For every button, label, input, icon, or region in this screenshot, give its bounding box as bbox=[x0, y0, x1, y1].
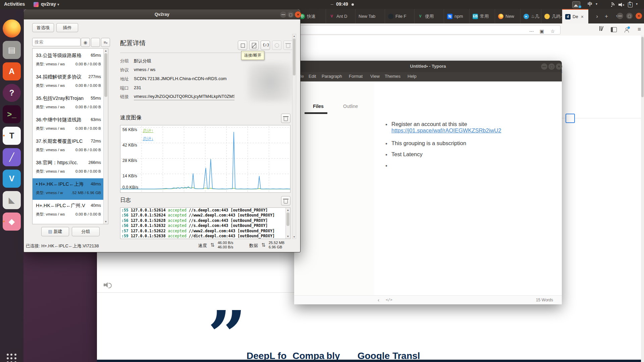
app-menu[interactable]: qv2ray ▾ bbox=[41, 1, 59, 7]
preferences-button[interactable]: 首选项 bbox=[32, 23, 54, 32]
close-button[interactable]: × bbox=[556, 63, 562, 70]
browser-tab[interactable]: V使用 bbox=[415, 9, 444, 23]
list-scrollbar[interactable]: ▲ ▼ bbox=[103, 49, 108, 224]
typora-editor[interactable]: •Register an account at this sitehttps:/… bbox=[374, 81, 562, 295]
dock-vscode[interactable]: V bbox=[3, 170, 21, 188]
scroll-up-icon[interactable]: ▲ bbox=[104, 49, 108, 52]
scroll-down-icon[interactable]: ▼ bbox=[104, 220, 108, 223]
clear-log-button[interactable] bbox=[281, 196, 290, 205]
scroll-thumb[interactable] bbox=[104, 53, 107, 97]
page-scrollbar[interactable] bbox=[641, 36, 644, 362]
dock-typora[interactable]: T bbox=[3, 127, 21, 145]
menu-format[interactable]: Format bbox=[349, 74, 363, 79]
sidebar-toggle-icon[interactable]: ‹ bbox=[378, 297, 379, 303]
search-input[interactable]: 搜索 bbox=[32, 38, 80, 46]
connect-disconnect-button[interactable] bbox=[238, 41, 247, 50]
clear-graph-button[interactable] bbox=[281, 114, 290, 123]
dock-help[interactable]: ? bbox=[3, 84, 21, 102]
server-item[interactable]: • H+.HK←IPLC←上海 48ms 类型: vmess / w .52 M… bbox=[33, 178, 104, 200]
minimize-button[interactable]: — bbox=[280, 11, 286, 18]
server-item[interactable]: 38.官网：https://cc. 266ms 类型: vmess / ws 0… bbox=[33, 157, 104, 178]
group-button[interactable]: 分组 bbox=[72, 227, 100, 236]
account-icon[interactable] bbox=[623, 27, 630, 33]
battery-icon[interactable]: ϟ bbox=[628, 2, 633, 7]
doc-link[interactable]: https://j01.space/waf/rAOIEGWKZSRb2iwU2 bbox=[391, 127, 501, 133]
blank-button[interactable] bbox=[91, 38, 100, 47]
server-item[interactable]: 35.包括V2ray和Trojan 55ms 类型: vmess / ws 0.… bbox=[33, 93, 104, 114]
dock-image-viewer[interactable]: ◣ bbox=[3, 191, 21, 209]
save-to-pocket-icon[interactable]: ▣ bbox=[540, 28, 544, 34]
browser-tab[interactable]: dDe× bbox=[562, 9, 588, 23]
browser-tab[interactable]: VAnt D bbox=[326, 9, 356, 23]
dock-qv2ray-app[interactable]: ◆ bbox=[3, 213, 21, 231]
typora-title-bar[interactable]: Untitled• - Typora — ▢ × bbox=[294, 61, 562, 72]
server-item[interactable]: 36.中继中转隧道线路 63ms 类型: vmess / ws 0.00 B /… bbox=[33, 114, 104, 135]
browser-tab[interactable]: 几鸡- bbox=[541, 9, 562, 23]
library-icon[interactable] bbox=[597, 26, 605, 32]
legend-item[interactable]: 总计↓ bbox=[143, 136, 153, 142]
browser-tab[interactable]: New bbox=[495, 9, 521, 23]
menu-themes[interactable]: Themes bbox=[385, 74, 400, 79]
sidebar-icon[interactable] bbox=[610, 27, 618, 33]
tab-close-icon[interactable]: × bbox=[581, 14, 584, 19]
log-output[interactable]: :55 127.0.0.1:52614 accepted //s.deepl.c… bbox=[120, 207, 290, 239]
sort-button[interactable]: ≡▾ bbox=[101, 38, 110, 47]
maximize-button[interactable]: ▢ bbox=[626, 13, 633, 19]
legend-item[interactable]: 总计↑ bbox=[143, 128, 153, 134]
browser-tab[interactable]: File F bbox=[385, 9, 415, 23]
menu-help[interactable]: Help bbox=[408, 74, 417, 79]
menu-paragraph[interactable]: Paragraph bbox=[322, 74, 342, 79]
maximize-button[interactable]: ▢ bbox=[548, 63, 555, 70]
menu-edit[interactable]: Edit bbox=[309, 74, 316, 79]
dock-firefox[interactable] bbox=[3, 19, 21, 38]
page-actions-icon[interactable]: ⋯ bbox=[529, 28, 534, 34]
server-list[interactable]: 33.公益等级線路嚴格 65ms 类型: vmess / ws 0.00 B /… bbox=[32, 48, 108, 224]
clock[interactable]: 09:49 bbox=[336, 1, 348, 7]
list-item[interactable]: •Test Latency bbox=[391, 151, 423, 158]
system-menu-caret-icon[interactable]: ▾ bbox=[636, 2, 638, 6]
minimize-button[interactable]: — bbox=[541, 63, 547, 70]
new-tab-button[interactable]: + bbox=[602, 9, 611, 23]
volume-muted-icon[interactable]: × bbox=[619, 3, 625, 7]
show-applications-button[interactable] bbox=[7, 354, 17, 362]
dock-file-manager[interactable]: ▤ bbox=[3, 41, 21, 59]
log-scrollbar[interactable]: ▲▼ bbox=[285, 208, 290, 239]
browser-tab[interactable]: ▸♨几 bbox=[521, 9, 541, 23]
ime-indicator[interactable]: 中 bbox=[588, 1, 592, 7]
activities-button[interactable]: Activities bbox=[4, 1, 25, 7]
wifi-icon[interactable] bbox=[608, 2, 614, 7]
minimize-button[interactable]: — bbox=[617, 13, 623, 19]
focused-control-outline[interactable] bbox=[566, 114, 575, 123]
url-bar[interactable]: ⋯ ▣ ☆ bbox=[295, 25, 560, 35]
listen-icon[interactable] bbox=[104, 282, 111, 288]
server-item[interactable]: 34.捐赠解锁更多协议 277ms 类型: vmess / ws 0.00 B … bbox=[33, 71, 104, 93]
delete-config-button[interactable] bbox=[283, 41, 293, 50]
plugins-button[interactable]: 插件 bbox=[56, 23, 78, 32]
locate-pin-button[interactable]: ◉ bbox=[81, 38, 90, 47]
dock-ubuntu-software[interactable]: A bbox=[3, 62, 21, 80]
maximize-button[interactable]: ▢ bbox=[287, 11, 294, 18]
server-item[interactable]: H+.HK←IPLC←广州.V 40ms 类型: vmess / ws 0.00… bbox=[33, 200, 104, 221]
server-item[interactable]: 33.公益等级線路嚴格 65ms 类型: vmess / ws 0.00 B /… bbox=[33, 50, 104, 71]
dock-pen-app[interactable]: ╱ bbox=[3, 148, 21, 166]
server-item[interactable]: 37.长期套餐覆盖IPLC 72ms 类型: vmess / ws 0.00 B… bbox=[33, 135, 104, 157]
browser-tab[interactable]: New Tab bbox=[356, 9, 385, 23]
close-button[interactable]: × bbox=[636, 13, 642, 19]
panel-scrollbar[interactable]: ▲▼ bbox=[292, 34, 296, 239]
config-value[interactable]: vmess://eyJhZGQiOiJTQ0ROLjcyMTM4LkpNT0ZM… bbox=[134, 94, 234, 100]
latency-test-button[interactable] bbox=[272, 41, 281, 50]
menu-view[interactable]: View bbox=[370, 74, 380, 79]
browser-tab[interactable]: EB常用 bbox=[470, 9, 495, 23]
edit-config-button[interactable] bbox=[249, 41, 259, 50]
dock-terminal[interactable]: >_ bbox=[3, 105, 21, 123]
browser-tab[interactable]: 知npm bbox=[444, 9, 470, 23]
list-item[interactable]: •This grouping is a subscription bbox=[391, 140, 466, 146]
list-item[interactable]: •Register an account at this sitehttps:/… bbox=[391, 121, 501, 134]
bookmark-star-icon[interactable]: ☆ bbox=[550, 28, 555, 34]
menu-icon[interactable]: ≡ bbox=[636, 26, 643, 33]
close-button[interactable]: × bbox=[295, 11, 301, 18]
tab-files[interactable]: Files bbox=[313, 104, 324, 109]
qv2ray-title-bar[interactable]: Qv2ray — ▢ × bbox=[24, 9, 300, 19]
new-config-button[interactable]: ▤ 新建 bbox=[41, 227, 69, 236]
source-code-icon[interactable]: </> bbox=[386, 298, 392, 302]
